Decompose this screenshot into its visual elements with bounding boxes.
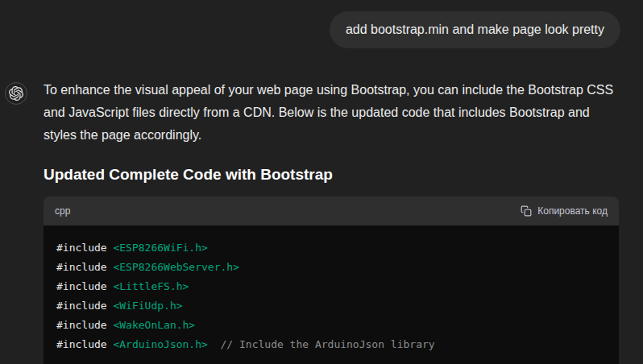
code-line: #include <ESP8266WiFi.h> bbox=[56, 238, 606, 258]
token-directive: #include bbox=[56, 319, 113, 331]
token-header: <ESP8266WebServer.h> bbox=[113, 261, 239, 273]
chat-page: add bootstrap.min and make page look pre… bbox=[0, 0, 643, 364]
token-header: <ArduinoJson.h> bbox=[113, 338, 207, 350]
token-comment: // Include the ArduinoJson library bbox=[208, 338, 435, 350]
section-heading: Updated Complete Code with Bootstrap bbox=[44, 164, 619, 185]
token-header: <WiFiUdp.h> bbox=[113, 300, 182, 312]
token-directive: #include bbox=[56, 280, 113, 292]
openai-logo-icon bbox=[9, 86, 23, 101]
token-directive: #include bbox=[56, 300, 113, 312]
code-block-header: cpp Копировать код bbox=[44, 196, 619, 225]
assistant-message-content: To enhance the visual appeal of your web… bbox=[44, 79, 619, 364]
user-message-bubble: add bootstrap.min and make page look pre… bbox=[330, 11, 620, 48]
code-content: #include <ESP8266WiFi.h>#include <ESP826… bbox=[44, 225, 619, 364]
token-directive: #include bbox=[56, 338, 113, 350]
code-line: #include <ArduinoJson.h> // Include the … bbox=[56, 335, 606, 354]
user-message-row: add bootstrap.min and make page look pre… bbox=[0, 0, 643, 48]
copy-code-label: Копировать код bbox=[537, 205, 608, 217]
copy-icon bbox=[521, 205, 532, 217]
code-block: cpp Копировать код #include <ESP8266WiFi… bbox=[44, 196, 619, 364]
user-message-text: add bootstrap.min and make page look pre… bbox=[346, 23, 604, 36]
code-line: #include <WiFiUdp.h> bbox=[56, 296, 606, 316]
assistant-message-row: To enhance the visual appeal of your web… bbox=[0, 79, 643, 364]
token-header: <LittleFS.h> bbox=[113, 280, 189, 292]
token-directive: #include bbox=[56, 242, 113, 254]
token-directive: #include bbox=[56, 261, 113, 273]
code-line: #include <WakeOnLan.h> bbox=[56, 316, 606, 335]
token-header: <ESP8266WiFi.h> bbox=[113, 242, 207, 254]
code-line: #include <ESP8266WebServer.h> bbox=[56, 258, 606, 277]
copy-code-button[interactable]: Копировать код bbox=[521, 205, 608, 217]
code-language-label: cpp bbox=[55, 205, 70, 217]
assistant-avatar bbox=[5, 82, 27, 105]
code-line: #include <LittleFS.h> bbox=[56, 277, 606, 296]
token-header: <WakeOnLan.h> bbox=[113, 319, 195, 331]
assistant-paragraph: To enhance the visual appeal of your web… bbox=[44, 79, 619, 147]
